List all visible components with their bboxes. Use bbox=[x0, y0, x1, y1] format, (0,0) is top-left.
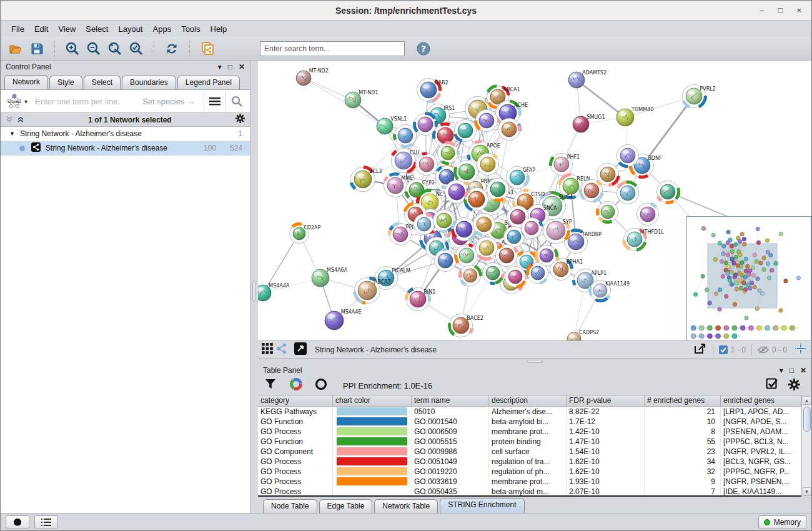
navigator-icon[interactable] bbox=[794, 342, 808, 358]
string-term-input[interactable] bbox=[30, 97, 142, 106]
scrollbar-thumb[interactable] bbox=[803, 407, 811, 432]
set-species-label[interactable]: Set species → bbox=[142, 97, 204, 106]
panel-close-icon[interactable]: ✕ bbox=[239, 62, 245, 71]
menu-apps[interactable]: Apps bbox=[149, 22, 176, 36]
network-node[interactable] bbox=[657, 181, 679, 203]
open-session-icon[interactable] bbox=[7, 40, 24, 57]
close-icon[interactable]: × bbox=[796, 6, 801, 15]
panel-menu-icon[interactable]: ▾ bbox=[218, 62, 222, 71]
network-node[interactable] bbox=[476, 237, 498, 259]
search-input[interactable] bbox=[260, 41, 405, 56]
network-node[interactable] bbox=[487, 179, 509, 201]
table-row[interactable]: GO ProcessGO:0019220regulation of ph...1… bbox=[258, 467, 801, 477]
network-node[interactable] bbox=[438, 143, 458, 164]
network-node[interactable] bbox=[455, 120, 477, 142]
network-node[interactable] bbox=[477, 154, 499, 176]
tab-legend-panel[interactable]: Legend Panel bbox=[177, 76, 240, 89]
string-protein-query-icon[interactable]: STRING ▾ bbox=[3, 92, 30, 110]
network-node[interactable] bbox=[452, 218, 475, 241]
table-row[interactable]: GO ProcessGO:0050435beta-amyloid m...2.0… bbox=[258, 487, 801, 497]
birds-eye-graph[interactable] bbox=[687, 217, 811, 340]
table-row[interactable]: GO FunctionGO:0005515protein binding1.47… bbox=[258, 437, 801, 447]
column-header[interactable]: enriched genes bbox=[721, 395, 801, 407]
table-row[interactable]: GO ProcessGO:0033619membrane prot...1.93… bbox=[258, 477, 801, 487]
network-node[interactable] bbox=[617, 182, 639, 204]
panel-menu-icon[interactable]: ▾ bbox=[780, 366, 783, 375]
network-node[interactable] bbox=[394, 125, 416, 147]
network-canvas[interactable]: MT-ND2MT-ND1VSNL1GAB2IRS1ADAMTS2SMUG1TOM… bbox=[258, 61, 811, 341]
maximize-icon[interactable]: □ bbox=[778, 6, 783, 15]
network-node[interactable] bbox=[617, 145, 639, 167]
task-list-button[interactable] bbox=[34, 515, 58, 529]
fit-content-icon[interactable] bbox=[294, 342, 307, 357]
table-row[interactable]: KEGG Pathways05010Alzheimer's dise...8.8… bbox=[258, 407, 801, 417]
network-node[interactable] bbox=[473, 214, 495, 236]
table-scrollbar[interactable]: ▲ ▼ bbox=[801, 395, 811, 497]
network-node[interactable]: PICALM bbox=[375, 267, 411, 290]
tree-expanded-icon[interactable]: ▼ bbox=[9, 131, 15, 137]
network-node[interactable] bbox=[637, 204, 659, 226]
menu-help[interactable]: Help bbox=[206, 22, 232, 36]
tab-node-table[interactable]: Node Table bbox=[263, 499, 317, 513]
tab-network[interactable]: Network bbox=[4, 75, 48, 89]
network-node[interactable]: PVRL2 bbox=[683, 85, 716, 108]
network-node[interactable]: ABCA7 bbox=[355, 278, 391, 304]
save-session-icon[interactable] bbox=[28, 40, 46, 57]
settings-gear-icon[interactable] bbox=[788, 379, 800, 393]
network-node[interactable]: KIAA1149 bbox=[590, 280, 630, 301]
memory-button[interactable]: Memory bbox=[758, 515, 806, 529]
network-node[interactable] bbox=[522, 218, 542, 239]
query-options-icon[interactable] bbox=[204, 91, 225, 112]
network-node[interactable] bbox=[505, 267, 526, 287]
menu-layout[interactable]: Layout bbox=[114, 22, 147, 36]
menu-edit[interactable]: Edit bbox=[30, 22, 52, 36]
network-node[interactable]: MTHFD1L bbox=[624, 229, 665, 251]
network-node[interactable] bbox=[416, 153, 438, 175]
tab-string-enrichment[interactable]: STRING Enrichment bbox=[440, 498, 524, 513]
table-row[interactable]: GO ComponentGO:0009986cell surface1.54E-… bbox=[258, 447, 801, 457]
tab-edge-table[interactable]: Edge Table bbox=[319, 499, 373, 513]
ring-chart-icon[interactable] bbox=[314, 377, 328, 394]
splitter-grip[interactable] bbox=[527, 360, 543, 363]
column-header[interactable]: FDR p-value bbox=[567, 395, 645, 407]
network-node[interactable]: CLU bbox=[392, 149, 420, 173]
expand-all-icon[interactable] bbox=[17, 114, 24, 126]
vertical-splitter[interactable] bbox=[250, 61, 258, 513]
column-header[interactable]: chart color bbox=[333, 395, 412, 407]
panel-float-icon[interactable]: □ bbox=[228, 62, 232, 71]
column-header[interactable]: description bbox=[489, 395, 567, 407]
export-network-icon[interactable] bbox=[693, 342, 707, 357]
network-node[interactable]: MS4A4E bbox=[325, 309, 361, 330]
network-node[interactable] bbox=[455, 161, 478, 184]
network-node[interactable]: GFAP bbox=[507, 167, 536, 189]
menu-view[interactable]: View bbox=[54, 22, 80, 36]
network-node[interactable] bbox=[581, 180, 603, 202]
table-row[interactable]: GO FunctionGO:0001540beta-amyloid bi...1… bbox=[258, 417, 801, 427]
network-node[interactable]: CADPS2 bbox=[567, 330, 599, 341]
network-node[interactable] bbox=[435, 249, 457, 271]
network-node[interactable]: CD2AP bbox=[290, 224, 321, 244]
menu-tools[interactable]: Tools bbox=[177, 22, 204, 36]
donut-chart-icon[interactable] bbox=[289, 377, 303, 394]
tab-boundaries[interactable]: Boundaries bbox=[122, 76, 176, 89]
menu-file[interactable]: File bbox=[7, 22, 29, 36]
panel-close-icon[interactable]: ✕ bbox=[800, 366, 806, 375]
copy-network-icon[interactable] bbox=[199, 40, 216, 57]
network-node[interactable] bbox=[496, 245, 518, 267]
network-node[interactable]: ADAMTS2 bbox=[568, 70, 607, 88]
zoom-in-icon[interactable] bbox=[64, 40, 81, 57]
refresh-icon[interactable] bbox=[163, 40, 181, 57]
network-node[interactable]: TOMM40 bbox=[616, 107, 653, 126]
table-row[interactable]: GO ProcessGO:0051049regulation of tra...… bbox=[258, 457, 801, 467]
grid-view-icon[interactable] bbox=[262, 343, 273, 357]
tab-network-table[interactable]: Network Table bbox=[374, 499, 438, 513]
network-node[interactable] bbox=[528, 263, 548, 284]
menu-select[interactable]: Select bbox=[81, 22, 112, 36]
network-node[interactable] bbox=[456, 245, 478, 267]
network-node[interactable] bbox=[598, 202, 618, 222]
scroll-up-icon[interactable]: ▲ bbox=[803, 396, 811, 405]
tree-row[interactable]: String Network - Alzheimer's disease1005… bbox=[1, 141, 250, 156]
birds-eye-view[interactable] bbox=[686, 216, 811, 341]
zoom-fit-icon[interactable] bbox=[106, 40, 124, 57]
tab-style[interactable]: Style bbox=[49, 76, 82, 89]
